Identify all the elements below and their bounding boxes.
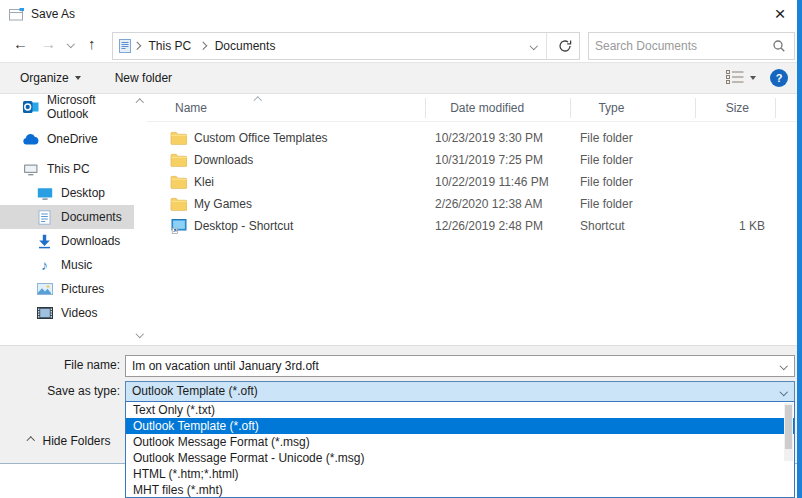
file-date-modified: 10/22/2019 11:46 PM: [425, 175, 570, 189]
up-icon[interactable]: ↑: [88, 35, 96, 52]
back-icon[interactable]: ←: [13, 35, 28, 52]
organize-label: Organize: [20, 71, 69, 85]
filetype-option-outlook-template-oft[interactable]: Outlook Template (*.oft): [126, 418, 794, 434]
filetype-option-outlook-message-format-unicode-msg[interactable]: Outlook Message Format - Unicode (*.msg): [126, 450, 794, 466]
column-headers: Name Date modified Type Size: [147, 95, 802, 122]
recent-locations-chevron-icon[interactable]: [67, 40, 75, 48]
documents-icon: [36, 209, 53, 225]
sidebar-item-label: Documents: [61, 210, 122, 224]
address-bar-controls: [531, 33, 580, 59]
file-row-custom-office-templates[interactable]: Custom Office Templates 10/23/2019 3:30 …: [147, 127, 802, 149]
save-as-type-chevron-icon[interactable]: [779, 388, 787, 396]
file-name-input[interactable]: [126, 356, 794, 376]
onedrive-icon: [22, 131, 39, 147]
column-header-name[interactable]: Name: [147, 95, 440, 121]
breadcrumb-documents[interactable]: Documents: [209, 39, 282, 53]
address-bar[interactable]: This PC Documents: [112, 32, 580, 60]
change-view-button[interactable]: [726, 69, 756, 87]
search-input[interactable]: [589, 39, 772, 53]
pictures-icon: [36, 281, 53, 297]
sidebar-item-music[interactable]: ♪ Music: [0, 253, 134, 277]
sidebar-item-documents[interactable]: Documents: [0, 205, 134, 229]
scrollbar-thumb[interactable]: [785, 405, 792, 449]
window-title: Save As: [31, 7, 75, 21]
organize-button[interactable]: Organize: [12, 63, 89, 93]
file-type: File folder: [570, 175, 695, 189]
file-name-label: Downloads: [194, 153, 253, 167]
save-as-type-combobox[interactable]: Outlook Template (*.oft): [125, 381, 795, 402]
file-type: File folder: [570, 197, 695, 211]
downloads-icon: [36, 233, 53, 249]
sidebar-item-videos[interactable]: Videos: [0, 301, 134, 325]
column-header-type[interactable]: Type: [588, 95, 717, 121]
shortcut-icon: [170, 219, 187, 234]
filetype-option-html-htm-html[interactable]: HTML (*.htm;*.html): [126, 466, 794, 482]
column-header-size[interactable]: Size: [718, 95, 802, 121]
file-row-desktop-shortcut[interactable]: Desktop - Shortcut 12/26/2019 2:48 PM Sh…: [147, 215, 802, 237]
file-rows: Custom Office Templates 10/23/2019 3:30 …: [147, 127, 802, 237]
refresh-icon[interactable]: [558, 39, 572, 53]
sidebar-scrollbar[interactable]: [134, 95, 147, 345]
sidebar-item-pictures[interactable]: Pictures: [0, 277, 134, 301]
window-accent-border: [797, 0, 802, 498]
breadcrumb-chevron-icon[interactable]: [199, 42, 207, 50]
folder-icon: [170, 153, 187, 168]
dropdown-scrollbar[interactable]: [784, 403, 793, 461]
command-toolbar: Organize New folder ?: [0, 62, 802, 94]
videos-icon: [36, 305, 53, 321]
close-icon[interactable]: ×: [768, 2, 792, 26]
sidebar-item-onedrive[interactable]: OneDrive: [0, 127, 134, 151]
column-header-date-modified[interactable]: Date modified: [440, 95, 588, 121]
filetype-option-mht-files-mht[interactable]: MHT files (*.mht): [126, 482, 794, 498]
column-divider[interactable]: [425, 98, 426, 118]
search-icon[interactable]: [772, 39, 786, 53]
sidebar-item-label: This PC: [47, 162, 90, 176]
save-as-type-value: Outlook Template (*.oft): [132, 384, 258, 398]
forward-icon: →: [41, 35, 56, 52]
sidebar-item-downloads[interactable]: Downloads: [0, 229, 134, 253]
column-divider[interactable]: [775, 98, 776, 118]
file-name-label: Klei: [194, 175, 214, 189]
column-divider[interactable]: [570, 98, 571, 118]
sidebar-item-label: Desktop: [61, 186, 105, 200]
file-type-dropdown: Text Only (*.txt) Outlook Template (*.of…: [125, 401, 795, 498]
file-name-combobox: [125, 355, 795, 377]
sidebar-item-label: Downloads: [61, 234, 120, 248]
sidebar-item-this-pc[interactable]: This PC: [0, 157, 134, 181]
desktop-icon: [36, 185, 53, 201]
column-divider[interactable]: [695, 98, 696, 118]
title-bar: Save As ×: [0, 0, 802, 28]
sidebar-item-desktop[interactable]: Desktop: [0, 181, 134, 205]
scroll-down-icon[interactable]: [136, 330, 144, 338]
music-icon: ♪: [36, 257, 53, 273]
file-row-klei[interactable]: Klei 10/22/2019 11:46 PM File folder: [147, 171, 802, 193]
outlook-icon: [22, 99, 39, 115]
file-row-downloads[interactable]: Downloads 10/31/2019 7:25 PM File folder: [147, 149, 802, 171]
sidebar-item-label: Videos: [61, 306, 97, 320]
sidebar-item-label: OneDrive: [47, 132, 98, 146]
breadcrumb-this-pc[interactable]: This PC: [143, 39, 198, 53]
search-box: [588, 32, 795, 60]
filetype-option-text-only-txt[interactable]: Text Only (*.txt): [126, 402, 794, 418]
folder-icon: [170, 131, 187, 146]
file-name-label: My Games: [194, 197, 252, 211]
address-dropdown-chevron-icon[interactable]: [529, 42, 537, 50]
filetype-option-outlook-message-format-msg[interactable]: Outlook Message Format (*.msg): [126, 434, 794, 450]
hide-folders-button[interactable]: Hide Folders: [28, 434, 111, 448]
new-folder-button[interactable]: New folder: [107, 63, 180, 93]
file-type: File folder: [570, 131, 695, 145]
help-icon[interactable]: ?: [770, 69, 788, 87]
navigation-bar: ← → ↑ This PC Documents: [0, 28, 802, 62]
save-as-dialog: Save As × ← → ↑ This PC Documents: [0, 0, 802, 498]
file-name-label: File name:: [0, 358, 120, 372]
breadcrumb-chevron-icon[interactable]: [133, 42, 141, 50]
file-date-modified: 12/26/2019 2:48 PM: [425, 219, 570, 233]
file-name-label: Custom Office Templates: [194, 131, 328, 145]
sidebar-item-microsoft-outlook[interactable]: Microsoft Outlook: [0, 95, 134, 119]
scroll-up-icon[interactable]: [136, 99, 144, 107]
file-date-modified: 10/31/2019 7:25 PM: [425, 153, 570, 167]
file-row-my-games[interactable]: My Games 2/26/2020 12:38 AM File folder: [147, 193, 802, 215]
location-document-icon: [119, 39, 131, 53]
hide-folders-label: Hide Folders: [43, 434, 111, 448]
chevron-up-icon: [27, 437, 35, 445]
